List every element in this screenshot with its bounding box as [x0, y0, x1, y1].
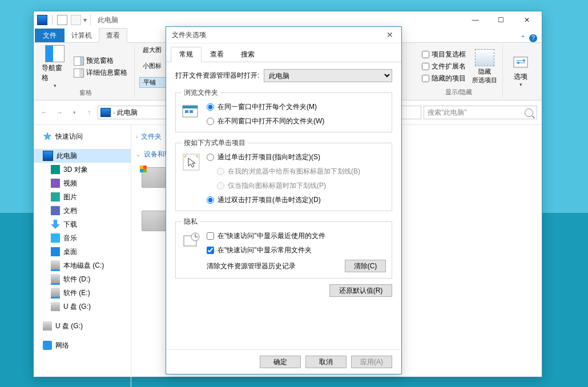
navigation-pane-button[interactable]: 导航窗格 ▾: [42, 45, 68, 88]
qat-save-icon[interactable]: [57, 15, 67, 25]
file-extensions[interactable]: 文件扩展名: [420, 61, 468, 72]
tab-view[interactable]: 查看: [202, 47, 232, 62]
dialog-close-button[interactable]: ✕: [384, 28, 396, 42]
music-icon: [51, 233, 60, 243]
drive-icon: [51, 260, 60, 271]
clear-history-button[interactable]: 清除(C): [345, 260, 386, 272]
up-button[interactable]: ↑: [83, 106, 95, 119]
tree-g-drive-2[interactable]: U 盘 (G:): [34, 319, 131, 333]
preview-pane-button[interactable]: 预览窗格: [71, 55, 130, 66]
tree-music[interactable]: 音乐: [34, 231, 131, 245]
browse-same-window[interactable]: 在同一窗口中打开每个文件夹(M): [207, 102, 386, 112]
dialog-title-bar[interactable]: 文件夹选项 ✕: [166, 27, 401, 43]
address-pc-icon: [100, 108, 111, 117]
single-click-underline-all: 在我的浏览器中给所有图标标题加下划线(B): [207, 167, 386, 176]
minimize-button[interactable]: —: [462, 12, 488, 29]
dialog-title: 文件夹选项: [172, 30, 206, 40]
click-fieldset: 按如下方式单击项目 通过单击打开项目(指向时选定)(S) 在我的浏览器中给所有图…: [175, 138, 392, 211]
svg-point-4: [517, 62, 519, 64]
ok-button[interactable]: 确定: [260, 356, 301, 368]
tree-quick-access[interactable]: 快速访问: [34, 130, 131, 143]
tree-documents[interactable]: 文档: [34, 204, 131, 217]
privacy-frequent-cb[interactable]: [207, 247, 214, 254]
back-button[interactable]: ←: [38, 106, 51, 119]
video-icon: [51, 179, 60, 188]
tree-g-drive[interactable]: U 盘 (G:): [34, 300, 131, 313]
breadcrumb-pc[interactable]: 此电脑: [117, 108, 138, 118]
browse-new-radio[interactable]: [207, 118, 214, 125]
chevron-right-icon[interactable]: ›: [113, 110, 115, 116]
close-button[interactable]: ✕: [514, 12, 539, 29]
tree-e-drive[interactable]: 软件 (E:): [34, 286, 131, 300]
tree-downloads[interactable]: 下载: [34, 217, 131, 231]
tree-network[interactable]: 网络: [34, 338, 131, 352]
window-title: 此电脑: [98, 15, 118, 25]
tab-computer[interactable]: 计算机: [65, 29, 99, 42]
details-pane-button[interactable]: 详细信息窗格: [71, 67, 130, 78]
browse-new-window[interactable]: 在不同窗口中打开不同的文件夹(W): [207, 116, 386, 126]
tree-pictures[interactable]: 图片: [34, 190, 131, 204]
double-click-radio[interactable]: [207, 196, 214, 204]
tree-desktop[interactable]: 桌面: [34, 245, 131, 259]
drive-icon: [51, 288, 60, 299]
folder-options-dialog: 文件夹选项 ✕ 常规 查看 搜索 打开文件资源管理器时打开: 此电脑 浏览文件夹…: [166, 26, 402, 374]
svg-point-3: [523, 59, 525, 62]
recent-dropdown[interactable]: ▾: [68, 106, 80, 119]
hidden-items-cb[interactable]: [422, 75, 429, 82]
tree-3d-objects[interactable]: 3D 对象: [34, 163, 131, 176]
options-button[interactable]: 选项 ▾: [508, 55, 534, 87]
privacy-recent-cb[interactable]: [207, 232, 214, 240]
help-icon[interactable]: ?: [529, 34, 537, 42]
forward-button[interactable]: →: [53, 106, 66, 119]
tab-search[interactable]: 搜索: [232, 47, 263, 62]
hidden-items[interactable]: 隐藏的项目: [420, 73, 468, 84]
drive-icon: [142, 167, 169, 188]
restore-defaults-button[interactable]: 还原默认值(R): [329, 284, 392, 297]
open-explorer-select[interactable]: 此电脑: [264, 69, 392, 82]
single-click-option[interactable]: 通过单击打开项目(指向时选定)(S): [207, 152, 386, 162]
privacy-frequent-folders[interactable]: 在"快速访问"中显示常用文件夹: [207, 245, 386, 255]
tree-d-drive[interactable]: 软件 (D:): [34, 272, 131, 286]
privacy-recent-files[interactable]: 在"快速访问"中显示最近使用的文件: [207, 231, 386, 241]
svg-rect-6: [183, 106, 198, 108]
chevron-down-icon: ⌄: [136, 151, 140, 158]
single-click-radio[interactable]: [207, 154, 214, 161]
search-box[interactable]: 搜索"此电脑": [424, 106, 537, 119]
browse-fieldset: 浏览文件夹 在同一窗口中打开每个文件夹(M) 在不同窗口中打开不同的文件夹(W): [175, 88, 392, 132]
maximize-button[interactable]: ☐: [488, 12, 514, 29]
search-icon[interactable]: [525, 108, 533, 117]
double-click-option[interactable]: 通过双击打开项目(单击时选定)(D): [207, 195, 386, 205]
drive-icon: [51, 274, 60, 285]
qat-props-icon[interactable]: [71, 15, 81, 25]
hide-selected-icon: [475, 49, 494, 66]
tree-c-drive[interactable]: 本地磁盘 (C:): [34, 259, 131, 272]
browse-same-radio[interactable]: [207, 103, 214, 111]
group-label-panes: 窗格: [79, 88, 92, 98]
group-label-showhide: 显示/隐藏: [445, 88, 472, 98]
windows-logo-icon: [140, 166, 147, 172]
qat-dropdown-icon[interactable]: ▾: [83, 16, 87, 24]
tab-general[interactable]: 常规: [171, 47, 202, 62]
file-extensions-cb[interactable]: [422, 63, 429, 70]
svg-rect-8: [190, 110, 193, 113]
options-icon: [512, 55, 530, 71]
pc-icon: [37, 15, 47, 25]
navigation-tree[interactable]: 快速访问 此电脑 3D 对象 视频 图片 文档 下载 音乐 桌面 本地磁盘 (C…: [34, 125, 131, 387]
tree-videos[interactable]: 视频: [34, 176, 131, 190]
pc-icon: [43, 151, 53, 161]
collapse-ribbon-icon[interactable]: ⌃: [520, 34, 526, 42]
navigation-pane-label: 导航窗格: [42, 63, 68, 83]
file-tab[interactable]: 文件: [35, 29, 65, 42]
tree-this-pc[interactable]: 此电脑: [34, 149, 131, 163]
cancel-button[interactable]: 取消: [305, 356, 347, 368]
privacy-icon: [182, 231, 201, 251]
item-checkboxes-cb[interactable]: [422, 51, 429, 58]
hide-selected-button[interactable]: 隐藏 所选项目: [472, 49, 498, 84]
drive-icon: [142, 211, 169, 231]
item-checkboxes[interactable]: 项目复选框: [420, 49, 468, 60]
privacy-fieldset: 隐私 在"快速访问"中显示最近使用的文件 在"快速访问"中显示常用文件夹 清除文…: [175, 217, 392, 279]
tab-view[interactable]: 查看: [99, 28, 127, 43]
3d-icon: [51, 165, 60, 174]
click-items-icon: [182, 152, 201, 172]
apply-button[interactable]: 应用(A): [351, 356, 392, 368]
